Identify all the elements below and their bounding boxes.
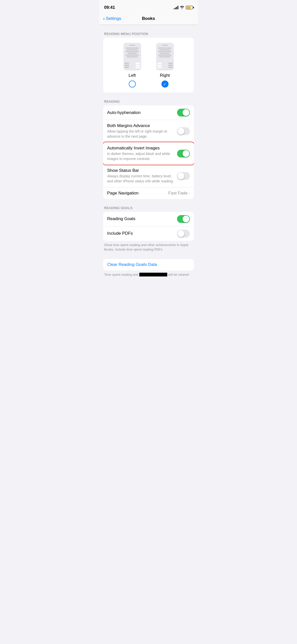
reading-menu-position-header: READING MENU POSITION	[99, 32, 198, 38]
left-buttons	[124, 63, 129, 68]
invert-images-sublabel: In darker themes, adjust black and white…	[107, 151, 174, 161]
invert-images-label: Automatically Invert Images	[107, 146, 174, 151]
reading-goals-card: Reading Goals Include PDFs	[103, 212, 194, 241]
back-chevron-icon: ‹	[103, 16, 105, 21]
wifi-icon	[180, 6, 184, 10]
battery-icon	[186, 6, 193, 9]
page-navigation-label: Page Navigation	[107, 191, 165, 196]
radio-left[interactable]	[129, 80, 136, 88]
back-button[interactable]: ‹ Settings	[103, 16, 121, 21]
clear-data-row[interactable]: Clear Reading Goals Data	[103, 259, 194, 270]
show-status-bar-label: Show Status Bar	[107, 168, 174, 173]
show-status-bar-toggle[interactable]	[177, 172, 190, 180]
right-buttons-inactive	[136, 63, 140, 68]
reading-goals-toggle[interactable]	[177, 215, 190, 223]
phone-mockup-right	[156, 43, 174, 70]
status-bar: 09:41	[99, 0, 198, 14]
invert-images-toggle[interactable]	[177, 150, 190, 157]
right-left-buttons-inactive	[157, 63, 162, 68]
right-buttons-active	[168, 63, 173, 68]
reading-goals-header: READING GOALS	[99, 206, 198, 212]
position-left-label: Left	[129, 73, 136, 78]
both-margins-sublabel: Allow tapping the left or right margin t…	[107, 129, 174, 139]
both-margins-label: Both Margins Advance	[107, 123, 174, 128]
clear-data-card: Clear Reading Goals Data	[103, 259, 194, 270]
include-pdfs-label: Include PDFs	[107, 231, 174, 236]
reading-card: Auto-hyphenation Both Margins Advance Al…	[103, 105, 194, 199]
status-icons	[174, 6, 193, 10]
invert-images-row-wrapper: Automatically Invert Images In darker th…	[103, 142, 194, 165]
auto-hyphenation-label: Auto-hyphenation	[107, 110, 174, 115]
reading-goals-row[interactable]: Reading Goals	[103, 212, 194, 226]
clear-data-section: Clear Reading Goals Data Time spent read…	[99, 259, 198, 277]
show-status-bar-row[interactable]: Show Status Bar Always display current t…	[103, 165, 194, 187]
nav-bar: ‹ Settings Books	[99, 14, 198, 25]
reading-goals-footer: Show time spent reading and other achiev…	[99, 241, 198, 252]
reading-menu-position-section: READING MENU POSITION	[99, 32, 198, 93]
status-time: 09:41	[104, 5, 115, 10]
reading-goals-section: READING GOALS Reading Goals Include PDFs…	[99, 206, 198, 277]
page-navigation-row[interactable]: Page Navigation Fast Fade ›	[103, 187, 194, 199]
position-options: Left	[107, 43, 190, 88]
reading-position-card: Left	[103, 38, 194, 93]
radio-right[interactable]: ✓	[161, 80, 168, 88]
page-title: Books	[142, 16, 155, 21]
invert-images-row[interactable]: Automatically Invert Images In darker th…	[103, 142, 194, 165]
both-margins-row[interactable]: Both Margins Advance Allow tapping the l…	[103, 120, 194, 142]
phone-mockup-left	[123, 43, 141, 70]
page-navigation-value: Fast Fade ›	[168, 191, 190, 196]
reading-section: READING Auto-hyphenation Both Margins Ad…	[99, 100, 198, 199]
both-margins-toggle[interactable]	[177, 127, 190, 135]
show-status-bar-sublabel: Always display current time, battery lev…	[107, 174, 174, 184]
position-left-option[interactable]: Left	[123, 43, 141, 88]
signal-icon	[174, 6, 178, 9]
auto-hyphenation-toggle[interactable]	[177, 109, 190, 116]
reading-section-header: READING	[99, 100, 198, 105]
include-pdfs-toggle[interactable]	[177, 230, 190, 237]
reading-goals-label: Reading Goals	[107, 216, 174, 221]
include-pdfs-row[interactable]: Include PDFs	[103, 226, 194, 241]
position-right-option[interactable]: Right ✓	[156, 43, 174, 88]
clear-data-label: Clear Reading Goals Data	[107, 262, 157, 267]
auto-hyphenation-row[interactable]: Auto-hyphenation	[103, 105, 194, 120]
back-label: Settings	[106, 16, 121, 21]
position-right-label: Right	[160, 73, 170, 78]
chevron-right-icon: ›	[189, 191, 190, 195]
clear-data-footer: Time spent reading and reading streak da…	[99, 270, 198, 277]
